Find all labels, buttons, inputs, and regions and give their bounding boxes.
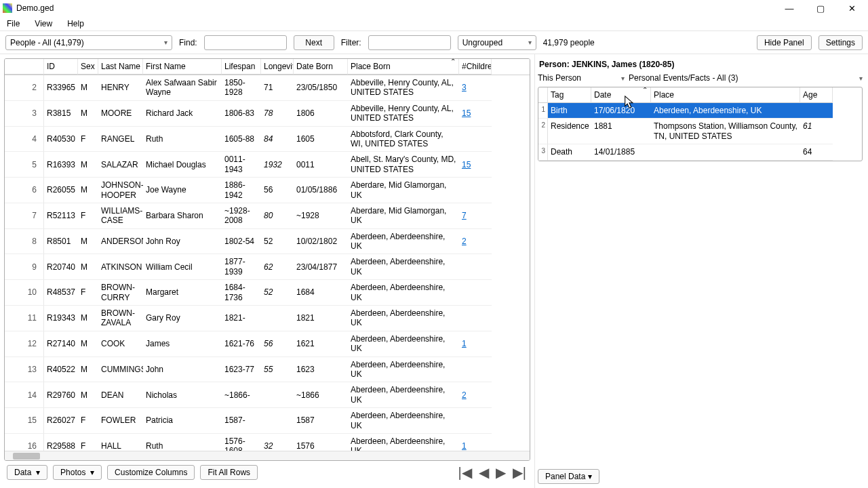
table-row[interactable]: 11R19343MBROWN-ZAVALAGary Roy1821-1821Ab… xyxy=(5,306,530,331)
people-grid[interactable]: IDSexLast NameFirst NameLifespanLongevit… xyxy=(4,58,530,461)
grid-body[interactable]: 2R33965MHENRYAlex Safwaan Sabir Wayne185… xyxy=(5,75,530,451)
menu-view[interactable]: View xyxy=(32,18,55,30)
column-header[interactable]: Tag xyxy=(548,87,591,103)
next-record-button[interactable]: ▶ xyxy=(494,464,507,481)
maximize-button[interactable]: ▢ xyxy=(811,1,830,15)
children-link[interactable]: 7 xyxy=(459,203,492,229)
horizontal-scrollbar[interactable] xyxy=(5,451,530,460)
detail-pane: Person: JENKINS, James (1820-85) This Pe… xyxy=(534,54,868,488)
close-button[interactable]: ✕ xyxy=(842,1,861,15)
column-header[interactable]: ID xyxy=(44,59,78,75)
table-row[interactable]: 13R40522MCUMMINGSJohn1623-77551623Aberde… xyxy=(5,357,530,383)
cell: 1881 xyxy=(591,119,651,144)
column-header[interactable]: Sex xyxy=(78,59,98,75)
cell: Barbara Sharon xyxy=(143,203,222,229)
people-count: 41,979 people xyxy=(543,38,595,47)
cell: DEAN xyxy=(98,382,143,408)
cell: R26055 xyxy=(44,178,78,203)
column-header[interactable] xyxy=(538,87,548,103)
cell: 61 xyxy=(800,119,833,144)
cell: Aberdare, Mid Glamorgan, UK xyxy=(348,178,459,203)
cell: 1576-1608 xyxy=(222,434,261,451)
scope-combo[interactable]: This Person ▾ xyxy=(538,73,625,83)
cell: 56 xyxy=(261,331,294,357)
column-header[interactable]: Last Name xyxy=(98,59,143,75)
children-link[interactable]: 2 xyxy=(459,382,492,408)
menubar: File View Help xyxy=(0,16,868,31)
fit-all-rows-button[interactable]: Fit All Rows xyxy=(200,465,258,480)
panel-data-dropdown[interactable]: Panel Data ▾ xyxy=(538,469,599,484)
settings-button[interactable]: Settings xyxy=(818,35,863,50)
table-row[interactable]: 10R48537FBROWN-CURRYMargaret1684-1736521… xyxy=(5,280,530,306)
table-row[interactable]: 12R27140MCOOKJames1621-76561621Aberdeen,… xyxy=(5,331,530,357)
event-row[interactable]: 1Birth17/06/1820Aberdeen, Aberdeenshire,… xyxy=(538,103,862,119)
children-link[interactable]: 1 xyxy=(459,331,492,357)
cell: 23/05/1850 xyxy=(294,75,348,101)
cell: Aberdeen, Aberdeenshire, UK xyxy=(348,331,459,357)
children-link[interactable]: 15 xyxy=(459,152,492,178)
first-record-button[interactable]: |◀ xyxy=(457,464,473,481)
table-row[interactable]: 15R26027FFOWLERPatricia1587-1587Aberdeen… xyxy=(5,408,530,434)
row-number: 3 xyxy=(5,101,44,127)
children-link[interactable]: 3 xyxy=(459,75,492,101)
next-button[interactable]: Next xyxy=(294,35,334,50)
event-row[interactable]: 3Death14/01/188564 xyxy=(538,144,862,160)
filter-input[interactable] xyxy=(368,35,451,50)
cell xyxy=(261,382,294,408)
column-header[interactable]: Date Born xyxy=(294,59,348,75)
row-number: 2 xyxy=(538,119,548,144)
table-row[interactable]: 9R20740MATKINSONWilliam Cecil1877-193962… xyxy=(5,254,530,280)
cell: John xyxy=(143,357,222,383)
column-header[interactable]: Date xyxy=(591,87,651,103)
filter-label: Filter: xyxy=(341,38,361,47)
table-row[interactable]: 4R40530FRANGELRuth1605-88841605Abbotsfor… xyxy=(5,127,530,152)
last-record-button[interactable]: ▶| xyxy=(511,464,528,481)
people-filter-combo[interactable]: People - All (41,979) ▾ xyxy=(5,35,172,50)
cell: R52113 xyxy=(44,203,78,229)
table-row[interactable]: 6R26055MJOHNSON-HOOPERJoe Wayne1886-1942… xyxy=(5,178,530,203)
column-header[interactable]: Age xyxy=(800,87,833,103)
event-row[interactable]: 2Residence1881Thompsons Station, William… xyxy=(538,119,862,144)
data-dropdown[interactable]: Data ▾ xyxy=(7,465,47,480)
minimize-button[interactable]: ― xyxy=(780,1,799,15)
cell: Aberdeen, Aberdeenshire, UK xyxy=(348,408,459,434)
children-link[interactable]: 2 xyxy=(459,229,492,255)
table-row[interactable]: 5R16393MSALAZARMichael Douglas0011-19431… xyxy=(5,152,530,178)
row-number: 8 xyxy=(5,229,44,255)
menu-file[interactable]: File xyxy=(4,18,22,30)
cell: Aberdeen, Aberdeenshire, UK xyxy=(651,103,800,119)
children-link[interactable]: 15 xyxy=(459,101,492,127)
scrollbar-thumb[interactable] xyxy=(13,453,40,460)
grouping-combo[interactable]: Ungrouped ▾ xyxy=(458,35,536,50)
menu-help[interactable]: Help xyxy=(64,18,87,30)
column-header[interactable]: Place Born xyxy=(348,59,459,75)
children-link[interactable]: 1 xyxy=(459,434,492,451)
photos-dropdown[interactable]: Photos ▾ xyxy=(53,465,102,480)
prev-record-button[interactable]: ◀ xyxy=(477,464,490,481)
cell: 1821- xyxy=(222,306,261,331)
table-row[interactable]: 16R29588FHALLRuth1576-1608321576Aberdeen… xyxy=(5,434,530,451)
table-row[interactable]: 2R33965MHENRYAlex Safwaan Sabir Wayne185… xyxy=(5,75,530,101)
column-header[interactable]: #Children xyxy=(459,59,492,75)
row-number: 2 xyxy=(5,75,44,101)
column-header[interactable]: Place xyxy=(651,87,800,103)
events-grid-header[interactable]: TagDatePlaceAge xyxy=(538,87,862,103)
table-row[interactable]: 14R29760MDEANNicholas~1866-~1866Aberdeen… xyxy=(5,382,530,408)
customize-columns-button[interactable]: Customize Columns xyxy=(107,465,195,480)
table-row[interactable]: 3R3815MMOORERichard Jack1806-83781806Abb… xyxy=(5,101,530,127)
cell: 1623-77 xyxy=(222,357,261,383)
cell: 1684-1736 xyxy=(222,280,261,306)
column-header[interactable]: First Name xyxy=(143,59,222,75)
table-row[interactable]: 8R8501MANDERSONJohn Roy1802-545210/02/18… xyxy=(5,229,530,255)
event-filter-combo[interactable]: Personal Events/Facts - All (3) ▾ xyxy=(629,73,863,83)
cell xyxy=(651,144,800,160)
column-header[interactable] xyxy=(5,59,44,75)
grid-header[interactable]: IDSexLast NameFirst NameLifespanLongevit… xyxy=(5,59,530,75)
find-input[interactable] xyxy=(204,35,287,50)
table-row[interactable]: 7R52113FWILLIAMS-CASEBarbara Sharon~1928… xyxy=(5,203,530,229)
column-header[interactable]: Lifespan xyxy=(222,59,261,75)
column-header[interactable]: Longevity xyxy=(261,59,294,75)
hide-panel-button[interactable]: Hide Panel xyxy=(757,35,812,50)
events-grid[interactable]: TagDatePlaceAge 1Birth17/06/1820Aberdeen… xyxy=(538,87,863,161)
events-grid-body[interactable]: 1Birth17/06/1820Aberdeen, Aberdeenshire,… xyxy=(538,103,862,161)
